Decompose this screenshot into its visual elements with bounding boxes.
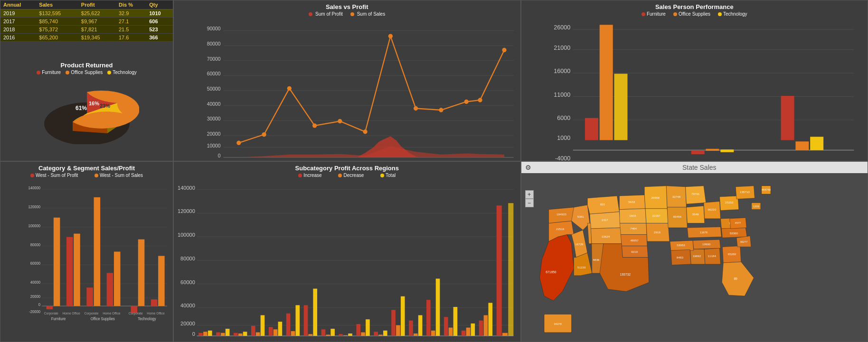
sales-vs-profit-panel: Sales vs Profit Sum of Profit Sum of Sal… bbox=[173, 0, 521, 161]
svg-rect-165 bbox=[418, 315, 423, 336]
svg-rect-141 bbox=[278, 322, 283, 336]
svg-text:60000: 60000 bbox=[30, 261, 41, 266]
col-profit: Profit bbox=[78, 0, 116, 9]
svg-text:135710: 135710 bbox=[739, 190, 749, 194]
svg-text:464740: 464740 bbox=[761, 188, 770, 191]
sales-profit-chart-area: 90000 80000 70000 60000 50000 40000 3000… bbox=[174, 18, 520, 161]
gear-icon[interactable]: ⚙ bbox=[525, 164, 531, 171]
category-segment-panel: Category & Segment Sales/Profit West - S… bbox=[0, 161, 173, 342]
svg-text:10000: 10000 bbox=[207, 143, 221, 148]
col-annual: Annual bbox=[0, 0, 36, 9]
svg-text:193732: 193732 bbox=[620, 273, 631, 276]
sales-cell: $132,595 bbox=[36, 9, 78, 18]
qty-cell: 1010 bbox=[146, 9, 173, 18]
svg-rect-176 bbox=[484, 315, 488, 336]
svg-rect-62 bbox=[599, 25, 613, 140]
svg-text:32748: 32748 bbox=[672, 195, 680, 198]
svg-text:0: 0 bbox=[192, 331, 195, 337]
svg-text:5381: 5381 bbox=[577, 215, 584, 218]
svg-text:Home Office: Home Office bbox=[103, 311, 120, 316]
svg-text:0: 0 bbox=[38, 302, 41, 307]
legend-sales: Sum of Sales bbox=[350, 11, 385, 17]
svg-text:80000: 80000 bbox=[180, 256, 195, 261]
year-cell: 2016 bbox=[0, 34, 36, 42]
dis-cell: 17.6 bbox=[116, 34, 146, 42]
svg-rect-136 bbox=[251, 326, 255, 336]
svg-rect-149 bbox=[326, 335, 330, 336]
svg-text:22518: 22518 bbox=[556, 227, 564, 231]
svg-text:29908: 29908 bbox=[651, 196, 660, 199]
svg-rect-168 bbox=[436, 278, 440, 336]
svg-rect-164 bbox=[414, 333, 418, 336]
zoom-in-button[interactable]: + bbox=[525, 190, 534, 199]
year-cell: 2017 bbox=[0, 18, 36, 26]
svg-rect-130 bbox=[216, 333, 220, 336]
svg-point-26 bbox=[338, 119, 342, 123]
cat-seg-title: Category & Segment Sales/Profit bbox=[0, 162, 173, 173]
svg-rect-138 bbox=[261, 315, 265, 336]
svg-text:8483: 8483 bbox=[677, 256, 683, 259]
svg-rect-163 bbox=[409, 321, 413, 336]
svg-text:1317: 1317 bbox=[601, 218, 608, 222]
svg-rect-144 bbox=[295, 305, 300, 336]
svg-rect-160 bbox=[391, 310, 396, 336]
sales-cell: $75,372 bbox=[36, 26, 78, 34]
svg-text:9219: 9219 bbox=[631, 250, 638, 253]
svg-rect-162 bbox=[401, 296, 405, 336]
svg-text:40000: 40000 bbox=[30, 280, 41, 285]
svg-rect-129 bbox=[208, 331, 212, 336]
annual-row: 2018 $75,372 $7,821 21.5 523 bbox=[0, 26, 173, 34]
svg-rect-166 bbox=[426, 300, 431, 336]
svg-text:16000: 16000 bbox=[554, 68, 570, 74]
svg-text:96220: 96220 bbox=[708, 208, 716, 211]
svg-rect-175 bbox=[479, 321, 483, 336]
subcat-chart-area: 140000 120000 100000 80000 60000 40000 2… bbox=[174, 179, 520, 342]
svg-rect-143 bbox=[291, 331, 295, 336]
svg-text:20000: 20000 bbox=[207, 131, 221, 137]
svg-text:Corporate: Corporate bbox=[44, 311, 58, 316]
zoom-out-button[interactable]: − bbox=[525, 199, 534, 207]
map-zoom-controls: + − bbox=[525, 190, 534, 207]
legend-office: Office Supplies bbox=[66, 70, 103, 75]
svg-rect-95 bbox=[86, 287, 93, 306]
sales-person-title: Sales Person Performance bbox=[521, 0, 868, 11]
svg-rect-103 bbox=[158, 256, 165, 306]
sales-profit-legend: Sum of Profit Sum of Sales bbox=[174, 11, 520, 17]
svg-text:25253: 25253 bbox=[725, 201, 734, 204]
annual-row: 2019 $132,595 $25,622 32.9 1010 bbox=[0, 9, 173, 18]
svg-rect-65 bbox=[691, 151, 704, 154]
year-cell: 2018 bbox=[0, 26, 36, 34]
svg-rect-147 bbox=[313, 289, 317, 336]
svg-rect-179 bbox=[502, 333, 508, 336]
profit-cell: $25,622 bbox=[78, 9, 116, 18]
svg-rect-167 bbox=[431, 331, 435, 336]
subcat-title: Subcategory Profit Across Regions bbox=[174, 162, 520, 173]
svg-text:6000: 6000 bbox=[557, 115, 570, 121]
svg-rect-139 bbox=[269, 327, 273, 336]
year-cell: 2019 bbox=[0, 9, 36, 18]
svg-text:26000: 26000 bbox=[554, 24, 570, 31]
svg-point-28 bbox=[388, 34, 393, 38]
svg-text:40000: 40000 bbox=[207, 102, 221, 107]
profit-cell: $19,345 bbox=[78, 34, 116, 42]
svg-rect-137 bbox=[256, 333, 260, 336]
svg-rect-102 bbox=[151, 299, 158, 306]
svg-text:20000: 20000 bbox=[180, 321, 195, 326]
officesupplies-pct: 61% bbox=[75, 105, 86, 111]
svg-text:48957: 48957 bbox=[630, 239, 639, 242]
svg-rect-154 bbox=[356, 324, 360, 336]
svg-text:80000: 80000 bbox=[207, 41, 221, 46]
svg-rect-132 bbox=[226, 329, 230, 336]
svg-text:Corporate: Corporate bbox=[84, 311, 98, 316]
svg-text:Furniture: Furniture bbox=[51, 316, 66, 321]
col-dis: Dis % bbox=[116, 0, 146, 9]
svg-text:20000: 20000 bbox=[30, 294, 41, 299]
svg-text:1603: 1603 bbox=[629, 214, 636, 217]
us-map-svg: 671650 22518 184923 16729 51220 5381 9 bbox=[521, 173, 868, 342]
svg-rect-161 bbox=[396, 325, 400, 336]
svg-rect-93 bbox=[74, 234, 80, 306]
svg-rect-159 bbox=[383, 331, 387, 336]
subcat-legend: Increase Decrease Total bbox=[174, 173, 520, 178]
svg-rect-169 bbox=[444, 317, 448, 336]
svg-text:94278: 94278 bbox=[554, 323, 561, 325]
